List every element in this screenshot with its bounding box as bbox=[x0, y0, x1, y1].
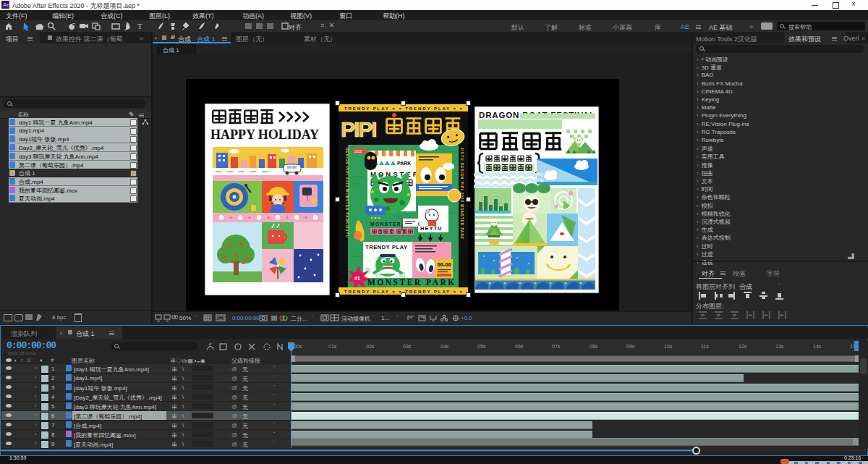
svg-text:DESIGN PIPI 2023 MONSTER PARKJ: DESIGN PIPI 2023 MONSTER PARKJIUYU bbox=[345, 148, 349, 238]
svg-text:TRENDY PLAY × × TRENDY PLAY ×: TRENDY PLAY × × TRENDY PLAY × × bbox=[344, 106, 462, 111]
svg-text:HAPPY HOLIDAY: HAPPY HOLIDAY bbox=[210, 127, 319, 142]
svg-text:TRENDY PLAY: TRENDY PLAY bbox=[365, 244, 408, 250]
svg-text:2023: 2023 bbox=[354, 150, 362, 153]
svg-text:PIPI: PIPI bbox=[341, 117, 376, 141]
svg-text:T: T bbox=[137, 22, 142, 30]
svg-text:MONSTER PARK: MONSTER PARK bbox=[367, 278, 456, 287]
svg-text:PARK: PARK bbox=[397, 161, 411, 166]
svg-text:06-06: 06-06 bbox=[438, 261, 451, 268]
svg-text:#1: #1 bbox=[354, 276, 360, 281]
svg-text:HEYTU: HEYTU bbox=[420, 225, 442, 232]
